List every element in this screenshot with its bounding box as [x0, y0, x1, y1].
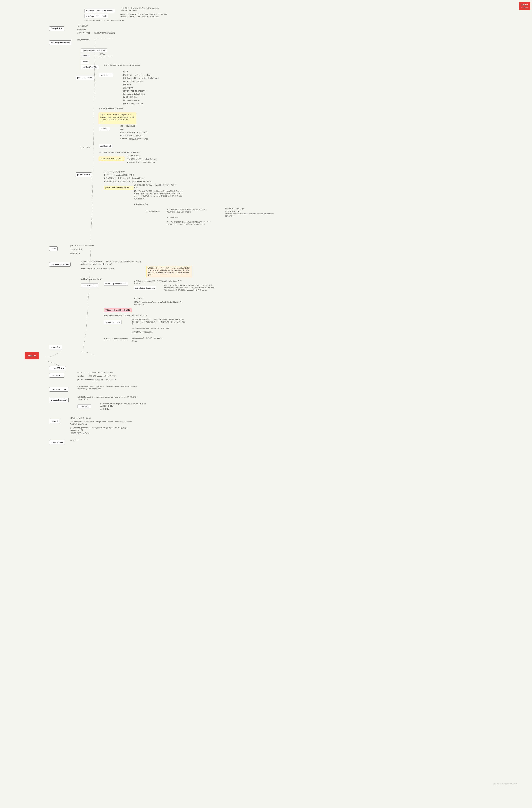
me-child2: 如果是文本 → 执行setElementText — [123, 74, 150, 76]
mindmap: vue3.0 createSSRApp createApp createApp … — [14, 3, 524, 795]
msn-note: 检查缓存使用来，则插入一份新的html，这样如果重complex已经被删除的，然… — [77, 385, 139, 390]
type-process-label: type process — [49, 440, 64, 444]
pkc-child2: 2. 如果新旧节点更长，则删多余的节点 — [127, 158, 157, 161]
finish-component-setup-node: 执行compile，生成render函数 — [104, 308, 131, 312]
sc-child4: 最终如果，instance.setupResult = proxyRefs(se… — [134, 301, 183, 305]
pp-child2: style — [120, 128, 123, 130]
pp-child1: class → className — [120, 125, 135, 127]
pf-note1: 会创建两个vNode节点，fragmentStartAnchor、fragmen… — [77, 396, 139, 400]
pc-3: 3. 没有重复节点，且新节点有多个，则mount新节点 — [104, 177, 144, 180]
create-app-label: createApp — [49, 345, 62, 349]
pt-child1: mount组 —— 插入新vNode节点，插入到器中 — [77, 371, 113, 374]
suspense-node: suspense — [70, 439, 78, 441]
mount-static-node-node: mountStaticNode — [49, 387, 69, 391]
mount-component-node: mountComponent — [81, 283, 98, 288]
update-component-condition: vl != null → updateComponent — [104, 338, 128, 340]
apply-options: applyOptions —— 如果支持options api，则处理optio… — [104, 314, 147, 317]
pc-1: 1. 头部个个节点相同, patch — [104, 171, 125, 173]
process-element-label: processElement — [76, 76, 94, 80]
finish-component-setup-label: 执行compile，生成render函数 — [104, 308, 131, 312]
me-child10: 执行transition.enter() — [123, 99, 139, 102]
vnode-yes: 没有传入 — [98, 53, 105, 55]
vnode-no: 以上 — [98, 55, 102, 58]
patch-prop-node: patchProp — [98, 127, 110, 131]
global-method-note: 全局方法挂载在实例上了，所以app.use等不会影响vue了 — [84, 19, 125, 22]
patch-main-label: patch — [49, 246, 58, 251]
new-node: 新node — [132, 340, 137, 342]
sre-note1: onTrigger的effect触发副到 —— 触发trigger的时候，该时的… — [132, 318, 185, 325]
me-child3: 如果是array_children → 对每个child执行patch — [123, 77, 159, 79]
render-node: render — [81, 60, 89, 64]
pc-2: 2. 尾部个个相同, patch尾端相同的节点 — [104, 174, 134, 176]
update-invoke: instance.update()，重新调用render，patch — [132, 337, 162, 339]
flush-post-note: 执行已更新回调列，直至没有suspension和hmr情况 — [104, 64, 140, 67]
update-mode-node: update模式下 — [77, 404, 91, 408]
pkc-child1: 1. patchChildren — [127, 155, 139, 157]
create-app-api-label: 全局在app上下文(context) — [84, 14, 108, 18]
pkc2-label: patchKeyedChildren(旧算法) 算法 — [104, 186, 133, 190]
patch-element-label: patchElement — [98, 144, 112, 148]
sc-child3: 3. 结果处理 — [134, 297, 143, 300]
teleport-label: teleport — [49, 419, 59, 423]
process-task-label: processTask — [49, 373, 64, 378]
pt-child3: processComment然后自到器组中，不支持update — [77, 379, 116, 381]
pkc-child3: 3. 如果老节点更长，则插入新的节点 — [127, 161, 155, 164]
create-node-node: createNode 创建vnode上下文 — [81, 49, 107, 52]
xmind-badge: XMind 试用模式 — [519, 2, 530, 10]
base-create-renderer-note: 创建渲染器，定义render相关方法，创建render.patch、proces… — [121, 7, 171, 12]
patch-element-node: patchElement — [98, 144, 112, 148]
root-label: vue3.0 — [25, 352, 39, 359]
patch-main-node: patch — [49, 246, 58, 251]
rewrite-mount-node: 重写app的mount方法 — [49, 40, 72, 45]
vnode-diamond-label: vnode? — [81, 54, 90, 58]
xmind-title: XMind — [521, 3, 528, 6]
setup-component-node: setupComponent(instance) — [104, 281, 128, 286]
root-node: vue3.0 — [25, 352, 39, 359]
sre-note3: 如果结果未满，则走更新路径 — [132, 331, 153, 333]
tp-child4: 否则将传导结果来来的位置 — [70, 432, 89, 434]
base-create-renderer-node: createApp → baseCreateRenderer — [84, 9, 115, 13]
c531: 5.3.1 根据旧节点的Index新旧移动，前提通过当前每子序列，该虚拟子序列的… — [167, 208, 209, 213]
type-process-node: type process — [49, 440, 64, 444]
c5322: 5.3.2.2 从右边左减新旧旧旧旧新节点的个数，如果index=Index不在… — [167, 221, 211, 225]
pt-child2: update组 —— 重新设置nodeValue值，插入到器中 — [77, 375, 117, 377]
create-node-label: createNode 创建vnode上下文 — [81, 49, 107, 52]
optimization-note-yellow: 注意有一个优化，因为修改了el的prop，可以根据class、style、pro… — [98, 113, 136, 124]
tp-child1: 获取起始位的节点，target — [70, 417, 91, 420]
patch-keyed-children-label: patchKeyedChildren(旧算法) — [98, 157, 124, 161]
create-app-node: createApp — [49, 345, 62, 349]
no-child-note: 没有子节点时 — [81, 146, 91, 149]
pkc2-c2: 5.2 以旧的右侧旧的新旧节点相比，如果没有在新的旧节点中找到相对匹配的，则对比… — [134, 190, 183, 200]
pkc2-node: patchKeyedChildren(旧算法) 算法 — [104, 186, 133, 190]
pkc2-c1: 5.1 建立新旧节点的ikey → (key值对照明下方)，的对应关系 — [134, 184, 178, 189]
legacy-mode-label: 保持兼容模式 — [49, 26, 64, 31]
me-child8: 执行transition.beforeEnter() — [123, 93, 145, 95]
legacy-mode-child3: 删除v-cloak属性 —— 给适当v-app属性标志完成 — [77, 32, 115, 34]
init-slots: initSlots(instance, children) — [81, 278, 102, 280]
example-note: 例如: n1: n k a b c d e f g m n2: n k a b … — [225, 208, 274, 217]
setup-stateful-note: 在执行之前，设置currentInstance = instance，在执行完成… — [164, 284, 216, 291]
pp-child3: event → 创建invoke，存在el._vei之 — [120, 131, 148, 134]
flush-post-label: flushPostFlushCbs — [81, 65, 99, 69]
init-props-node: initProps(instance, props, isStateful, i… — [81, 268, 115, 270]
legacy-mode-child1: 包一代根组件 — [77, 25, 88, 27]
create-component-instance: createComponentInstance —— 创建component实例… — [81, 260, 148, 265]
me-child6: 设置scopeid — [123, 87, 133, 89]
base-create-renderer-label: createApp → baseCreateRenderer — [84, 9, 115, 13]
create-ssr-app-node: createSSRApp — [49, 366, 66, 370]
tp-child2: 在过程程中找不到对应的节点的话，把targetAnchor，则对应anchor的… — [70, 421, 132, 425]
me-child7: 触发directiveBeforeMount钩子 — [123, 90, 147, 92]
me-child9: 将el插入到容器中 — [123, 96, 137, 98]
main-container: vue3.0 createSSRApp createApp createApp … — [0, 0, 532, 808]
patch-children-main-node: patchChildren — [76, 172, 92, 177]
mount-component-label: mountComponent — [81, 283, 98, 288]
patch-prop-label: patchProp — [98, 127, 110, 131]
me-child4: 触发directive的create钩子 — [123, 80, 144, 83]
um-child2: patchChildren — [100, 408, 110, 410]
pp-child5: patchAttr → 注意会处理boolean属性 — [120, 137, 148, 140]
flush-post-node: flushPostFlushCbs — [81, 65, 99, 69]
tp-child3: 如果teleport不是disabled，则teleport到 #include… — [70, 427, 132, 431]
process-fragment-label: processFragment — [49, 398, 69, 402]
setup-component-label: setupComponent(instance) — [104, 281, 128, 286]
clone-v-node: cloneVNode — [70, 253, 80, 255]
